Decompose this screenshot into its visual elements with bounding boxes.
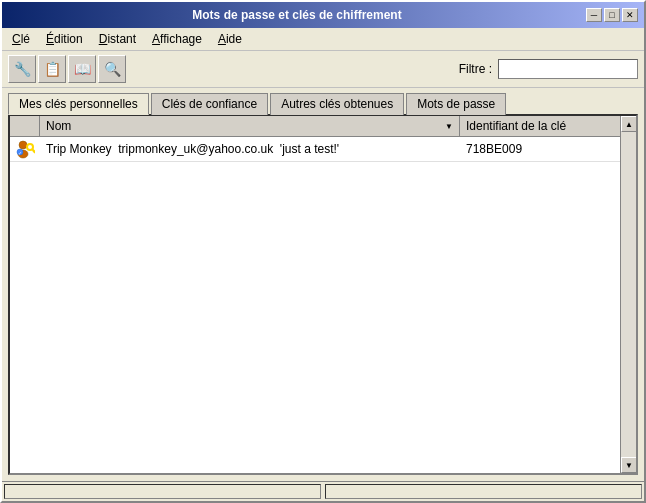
filter-input[interactable]	[498, 59, 638, 79]
toolbar: 🔧 📋 📖 🔍 Filtre :	[2, 51, 644, 88]
row-name-cell: Trip Monkey tripmonkey_uk@yahoo.co.uk 'j…	[40, 140, 460, 158]
toolbar-open-btn[interactable]: 📖	[68, 55, 96, 83]
minimize-button[interactable]: ─	[586, 8, 602, 22]
sort-arrow-icon: ▼	[445, 122, 453, 131]
menu-cle[interactable]: Clé	[6, 30, 36, 48]
status-pane-2	[325, 484, 642, 499]
toolbar-search-btn[interactable]: 🔧	[8, 55, 36, 83]
window-title: Mots de passe et clés de chiffrement	[8, 8, 586, 22]
filter-area: Filtre :	[459, 59, 638, 79]
filter-label: Filtre :	[459, 62, 492, 76]
main-window: Mots de passe et clés de chiffrement ─ □…	[0, 0, 646, 503]
tab-mots-passe[interactable]: Mots de passe	[406, 93, 506, 115]
tabs-bar: Mes clés personnelles Clés de confiance …	[2, 88, 644, 114]
maximize-button[interactable]: □	[604, 8, 620, 22]
row-id-cell: 718BE009	[460, 140, 620, 158]
status-pane-1	[4, 484, 321, 499]
window-controls: ─ □ ✕	[586, 8, 638, 22]
main-content: Nom ▼ Identifiant de la clé	[8, 114, 638, 475]
key-icon: ✓	[15, 139, 35, 159]
header-nom[interactable]: Nom ▼	[40, 116, 460, 136]
table-header: Nom ▼ Identifiant de la clé	[10, 116, 620, 137]
book-icon: 📖	[74, 61, 91, 77]
header-checkbox	[10, 116, 40, 136]
table-container: Nom ▼ Identifiant de la clé	[10, 116, 620, 473]
menu-edition[interactable]: Édition	[40, 30, 89, 48]
wrench-icon: 🔧	[14, 61, 31, 77]
header-nom-label: Nom	[46, 119, 71, 133]
toolbar-copy-btn[interactable]: 📋	[38, 55, 66, 83]
menu-affichage[interactable]: Affichage	[146, 30, 208, 48]
svg-line-4	[33, 151, 34, 152]
magnify-icon: 🔍	[104, 61, 121, 77]
scrollbar-track[interactable]	[621, 132, 636, 457]
scroll-down-btn[interactable]: ▼	[621, 457, 636, 473]
table-row[interactable]: ✓ Trip Monkey tripmonkey_uk@yahoo.co.uk …	[10, 137, 620, 162]
table-body: ✓ Trip Monkey tripmonkey_uk@yahoo.co.uk …	[10, 137, 620, 473]
status-bar	[2, 481, 644, 501]
svg-line-5	[34, 152, 35, 153]
row-icon-cell: ✓	[10, 137, 40, 161]
svg-point-0	[19, 141, 27, 149]
clipboard-icon: 📋	[44, 61, 61, 77]
title-bar: Mots de passe et clés de chiffrement ─ □…	[2, 2, 644, 28]
toolbar-find-btn[interactable]: 🔍	[98, 55, 126, 83]
tab-autres-cles[interactable]: Autres clés obtenues	[270, 93, 404, 115]
svg-text:✓: ✓	[18, 150, 22, 156]
scroll-up-btn[interactable]: ▲	[621, 116, 636, 132]
vertical-scrollbar[interactable]: ▲ ▼	[620, 116, 636, 473]
close-button[interactable]: ✕	[622, 8, 638, 22]
header-id: Identifiant de la clé	[460, 116, 620, 136]
menu-distant[interactable]: Distant	[93, 30, 142, 48]
tab-cles-confiance[interactable]: Clés de confiance	[151, 93, 268, 115]
tab-mes-cles[interactable]: Mes clés personnelles	[8, 93, 149, 115]
menu-aide[interactable]: Aide	[212, 30, 248, 48]
menu-bar: Clé Édition Distant Affichage Aide	[2, 28, 644, 51]
table-with-scroll: Nom ▼ Identifiant de la clé	[10, 116, 636, 473]
